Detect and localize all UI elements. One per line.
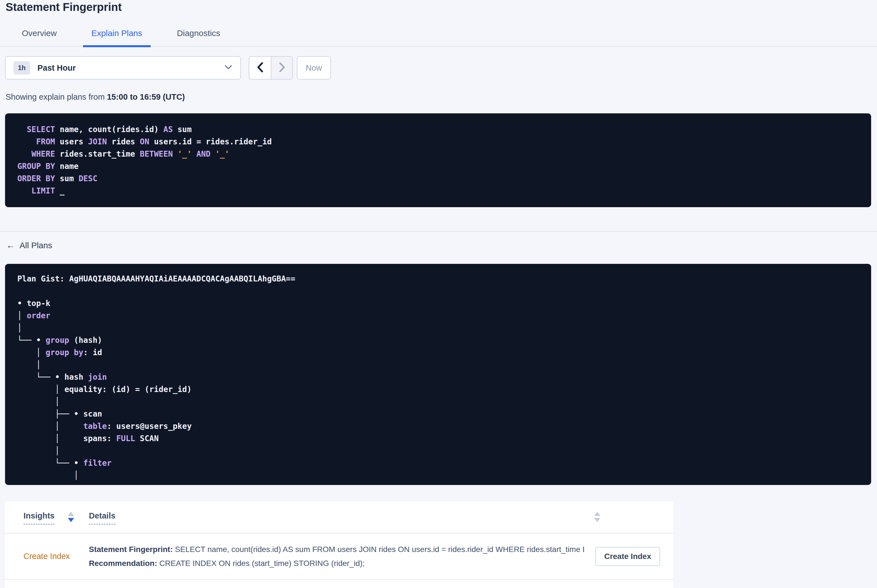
insights-column-header: Insights xyxy=(24,511,89,525)
details-column-header: Details xyxy=(89,511,660,525)
recommendation-label: Recommendation: xyxy=(89,559,157,568)
statement-fingerprint-line: Statement Fingerprint: SELECT name, coun… xyxy=(89,543,584,556)
sql-statement-box: SELECT name, count(rides.id) AS sum FROM… xyxy=(5,113,871,207)
insights-table-header: Insights Details xyxy=(5,502,673,533)
now-button[interactable]: Now xyxy=(297,56,331,80)
plan-gist-box: Plan Gist: AgHUAQIABQAAAAHYAQIAiAEAAAADC… xyxy=(5,264,871,485)
fingerprint-text: SELECT name, count(rides.id) AS sum FROM… xyxy=(173,545,584,554)
insights-card: Insights Details Create Index Statement … xyxy=(5,502,673,588)
time-range-dropdown[interactable]: 1h Past Hour xyxy=(5,56,241,80)
caption-range: 15:00 to 16:59 (UTC) xyxy=(107,92,185,101)
sort-desc-icon xyxy=(68,518,74,522)
caption-prefix: Showing explain plans from xyxy=(6,92,107,101)
insight-row: Create Index Statement Fingerprint: SELE… xyxy=(5,533,673,580)
tab-explain-plans[interactable]: Explain Plans xyxy=(83,28,150,47)
back-arrow-icon: ← xyxy=(6,240,15,250)
time-picker-row: 1h Past Hour Now xyxy=(5,56,871,80)
create-index-button[interactable]: Create Index xyxy=(595,547,660,566)
tab-bar: Overview Explain Plans Diagnostics xyxy=(0,28,877,46)
fingerprint-label: Statement Fingerprint: xyxy=(89,545,173,554)
showing-range-caption: Showing explain plans from 15:00 to 16:5… xyxy=(6,92,877,102)
all-plans-back-link[interactable]: ← All Plans xyxy=(6,240,52,250)
details-header-label[interactable]: Details xyxy=(89,511,116,525)
time-range-label: Past Hour xyxy=(38,63,224,73)
plan-tree: • top-k│ order│└── • group (hash) │ grou… xyxy=(17,297,859,482)
sort-asc-icon xyxy=(68,512,74,516)
plan-gist-text: Plan Gist: AgHUAQIABQAAAAHYAQIAiAEAAAADC… xyxy=(17,273,859,285)
next-range-button[interactable] xyxy=(271,57,292,79)
insights-header-label[interactable]: Insights xyxy=(24,511,54,525)
details-sort-icon[interactable] xyxy=(594,512,600,522)
insights-sort-icon[interactable] xyxy=(68,512,74,522)
insight-details: Statement Fingerprint: SELECT name, coun… xyxy=(89,543,584,570)
page-title: Statement Fingerprint xyxy=(6,0,877,14)
sort-desc-icon xyxy=(594,518,600,522)
tab-overview[interactable]: Overview xyxy=(14,28,65,47)
chevron-left-icon xyxy=(256,61,264,75)
previous-range-button[interactable] xyxy=(249,57,271,79)
recommendation-line: Recommendation: CREATE INDEX ON rides (s… xyxy=(89,556,584,570)
insight-type-link[interactable]: Create Index xyxy=(24,552,89,561)
all-plans-label: All Plans xyxy=(20,241,52,250)
tab-diagnostics[interactable]: Diagnostics xyxy=(168,28,229,47)
section-divider xyxy=(0,231,877,232)
recommendation-text: CREATE INDEX ON rides (start_time) STORI… xyxy=(157,559,365,568)
time-step-button-group xyxy=(249,56,293,80)
chevron-down-icon xyxy=(224,64,233,71)
sort-asc-icon xyxy=(594,512,600,516)
chevron-right-icon xyxy=(278,61,286,75)
time-range-badge: 1h xyxy=(14,61,30,75)
